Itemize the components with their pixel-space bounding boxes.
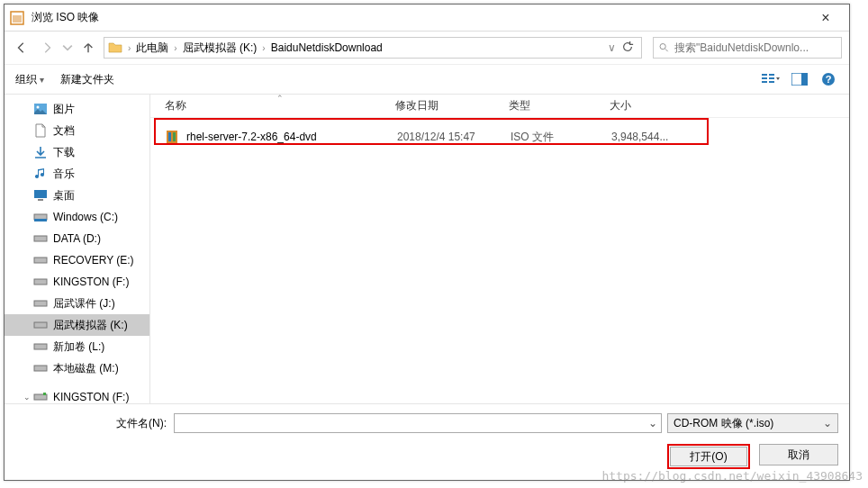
sidebar-item-pictures[interactable]: 图片 bbox=[5, 98, 149, 120]
breadcrumb-seg[interactable]: 屈武模拟器 (K:) bbox=[179, 41, 261, 56]
breadcrumb-seg[interactable]: 此电脑 bbox=[132, 41, 172, 56]
sidebar-label: 音乐 bbox=[53, 167, 75, 182]
svg-text:?: ? bbox=[826, 74, 832, 85]
sidebar-item-drive-m[interactable]: 本地磁盘 (M:) bbox=[5, 357, 149, 379]
svg-rect-6 bbox=[769, 74, 774, 76]
sidebar-item-drive-e[interactable]: RECOVERY (E:) bbox=[5, 249, 149, 271]
svg-rect-23 bbox=[34, 322, 47, 328]
svg-rect-30 bbox=[173, 132, 176, 141]
sidebar-group-kingston[interactable]: ⌄KINGSTON (F:) bbox=[5, 386, 149, 403]
chevron-down-icon: ⌄ bbox=[823, 417, 832, 429]
filename-field[interactable] bbox=[174, 413, 662, 433]
sidebar-item-drive-f[interactable]: KINGSTON (F:) bbox=[5, 271, 149, 293]
column-headers[interactable]: 名称 修改日期 类型 大小 ⌃ bbox=[150, 95, 849, 118]
sidebar-label: 图片 bbox=[53, 102, 75, 117]
toolbar: 组织 新建文件夹 ? bbox=[5, 64, 849, 95]
dialog-title: 浏览 ISO 映像 bbox=[32, 10, 808, 25]
app-icon bbox=[10, 11, 24, 25]
cancel-button[interactable]: 取消 bbox=[759, 444, 838, 465]
sidebar-item-drive-c[interactable]: Windows (C:) bbox=[5, 206, 149, 228]
desktop-icon bbox=[33, 188, 48, 203]
search-input[interactable] bbox=[673, 41, 836, 55]
svg-rect-5 bbox=[762, 81, 767, 83]
folder-icon bbox=[108, 41, 122, 55]
breadcrumb-dropdown[interactable]: ∨ bbox=[606, 41, 618, 54]
close-button[interactable]: × bbox=[808, 10, 844, 26]
svg-rect-10 bbox=[801, 73, 808, 86]
file-pane: 名称 修改日期 类型 大小 ⌃ rhel-server-7.2-x86_64-d… bbox=[150, 95, 849, 403]
drive-icon bbox=[33, 231, 48, 246]
drive-icon bbox=[33, 296, 48, 311]
svg-point-2 bbox=[660, 44, 665, 50]
svg-rect-28 bbox=[167, 131, 177, 143]
drive-icon bbox=[33, 210, 48, 224]
sidebar-label: 新加卷 (L:) bbox=[53, 339, 104, 355]
file-row[interactable]: rhel-server-7.2-x86_64-dvd 2018/12/4 15:… bbox=[154, 127, 845, 147]
file-size: 3,948,544... bbox=[611, 131, 701, 143]
chevron-right-icon[interactable]: › bbox=[126, 43, 132, 53]
forward-button[interactable] bbox=[37, 38, 57, 58]
filename-dropdown[interactable]: ⌄ bbox=[646, 417, 660, 429]
organize-menu[interactable]: 组织 bbox=[15, 72, 44, 87]
chevron-right-icon[interactable]: › bbox=[172, 43, 178, 53]
sidebar-item-desktop[interactable]: 桌面 bbox=[5, 185, 149, 206]
svg-rect-25 bbox=[34, 366, 47, 371]
svg-rect-21 bbox=[34, 279, 47, 285]
new-folder-button[interactable]: 新建文件夹 bbox=[60, 72, 114, 87]
music-icon bbox=[33, 167, 48, 181]
nav-row: › 此电脑 › 屈武模拟器 (K:) › BaiduNetdiskDownloa… bbox=[5, 32, 849, 64]
svg-rect-27 bbox=[43, 393, 46, 395]
svg-point-14 bbox=[37, 106, 40, 109]
sidebar-label: KINGSTON (F:) bbox=[53, 276, 129, 288]
col-modified[interactable]: 修改日期 bbox=[395, 98, 509, 113]
iso-file-icon bbox=[165, 130, 179, 144]
svg-rect-19 bbox=[34, 236, 47, 241]
open-button[interactable]: 打开(O) bbox=[670, 447, 747, 466]
sidebar-label: Windows (C:) bbox=[53, 211, 118, 223]
svg-rect-15 bbox=[34, 190, 47, 198]
drive-icon bbox=[33, 275, 48, 289]
downloads-icon bbox=[33, 145, 48, 159]
col-type[interactable]: 类型 bbox=[509, 98, 610, 113]
recent-dropdown[interactable] bbox=[62, 38, 73, 58]
up-button[interactable] bbox=[78, 38, 98, 58]
sidebar-label: 屈武模拟器 (K:) bbox=[53, 318, 128, 333]
sidebar-label: 本地磁盘 (M:) bbox=[53, 361, 119, 376]
sort-indicator-icon: ⌃ bbox=[276, 94, 284, 103]
sidebar-item-downloads[interactable]: 下载 bbox=[5, 141, 149, 163]
sidebar-item-drive-k[interactable]: 屈武模拟器 (K:) bbox=[5, 314, 149, 336]
file-name: rhel-server-7.2-x86_64-dvd bbox=[186, 131, 397, 143]
sidebar-item-drive-d[interactable]: DATA (D:) bbox=[5, 228, 149, 249]
sidebar-label: 文档 bbox=[53, 123, 75, 139]
svg-rect-29 bbox=[168, 132, 171, 141]
filename-input[interactable] bbox=[178, 416, 657, 430]
breadcrumb-seg[interactable]: BaiduNetdiskDownload bbox=[267, 41, 386, 54]
sidebar-label: 桌面 bbox=[53, 188, 75, 203]
sidebar-item-drive-j[interactable]: 屈武课件 (J:) bbox=[5, 293, 149, 314]
filter-label: CD-ROM 映像 (*.iso) bbox=[674, 416, 823, 431]
view-options-button[interactable] bbox=[761, 71, 781, 87]
col-size[interactable]: 大小 bbox=[610, 98, 700, 113]
svg-rect-20 bbox=[34, 258, 47, 263]
bottom-panel: 文件名(N): ⌄ CD-ROM 映像 (*.iso) ⌄ 打开(O) 取消 bbox=[5, 403, 849, 480]
expand-icon[interactable]: ⌄ bbox=[23, 393, 32, 402]
open-file-dialog: 浏览 ISO 映像 × › 此电脑 › 屈武模拟器 (K:) › BaiduNe… bbox=[4, 4, 850, 481]
chevron-right-icon[interactable]: › bbox=[260, 43, 267, 53]
help-button[interactable]: ? bbox=[818, 71, 838, 87]
back-button[interactable] bbox=[12, 38, 32, 58]
sidebar-item-documents[interactable]: 文档 bbox=[5, 120, 149, 141]
sidebar-item-drive-l[interactable]: 新加卷 (L:) bbox=[5, 336, 149, 357]
titlebar: 浏览 ISO 映像 × bbox=[5, 5, 849, 32]
filename-label: 文件名(N): bbox=[15, 416, 174, 431]
file-list: rhel-server-7.2-x86_64-dvd 2018/12/4 15:… bbox=[150, 118, 849, 152]
svg-rect-3 bbox=[762, 74, 767, 76]
sidebar-item-music[interactable]: 音乐 bbox=[5, 163, 149, 185]
usb-drive-icon bbox=[33, 390, 48, 403]
svg-rect-24 bbox=[34, 344, 47, 349]
preview-pane-button[interactable] bbox=[790, 71, 809, 87]
refresh-button[interactable] bbox=[618, 41, 637, 56]
breadcrumb[interactable]: › 此电脑 › 屈武模拟器 (K:) › BaiduNetdiskDownloa… bbox=[104, 37, 642, 59]
documents-icon bbox=[33, 123, 48, 138]
file-type-filter[interactable]: CD-ROM 映像 (*.iso) ⌄ bbox=[667, 413, 838, 433]
search-box[interactable] bbox=[653, 37, 842, 59]
